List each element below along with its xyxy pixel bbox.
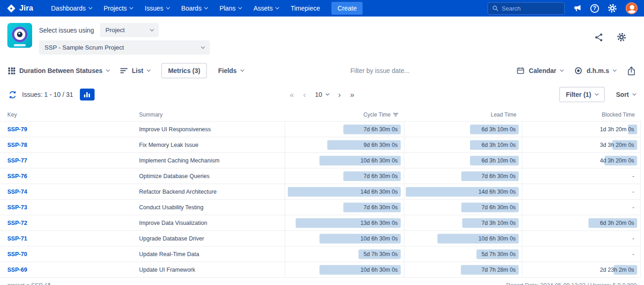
- nav-assets[interactable]: Assets: [247, 0, 285, 17]
- issue-key-link[interactable]: SSP-74: [7, 189, 27, 195]
- project-select[interactable]: SSP - Sample Scrum Project: [39, 40, 210, 55]
- column-header-summary[interactable]: Summary: [132, 108, 285, 122]
- blocked-time-value: -: [632, 173, 634, 179]
- filter-button[interactable]: Filter (1): [559, 87, 605, 102]
- lead-time-value: 5d 7h 30m 0s: [482, 251, 516, 257]
- cycle-time-header-label: Cycle Time: [364, 112, 391, 118]
- next-page-button[interactable]: ›: [338, 91, 341, 99]
- view-mode-dropdown[interactable]: List: [120, 67, 150, 74]
- issue-key-link[interactable]: SSP-71: [7, 235, 27, 242]
- lead-time-cell: 6d 3h 10m 0s: [404, 122, 522, 137]
- nav-item-label: Boards: [181, 5, 202, 12]
- first-page-button[interactable]: «: [290, 91, 294, 99]
- issue-key-link[interactable]: SSP-78: [7, 142, 27, 148]
- cycle-time-value: 10d 6h 30m 0s: [360, 157, 398, 164]
- chevron-down-icon: [166, 6, 170, 9]
- blocked-time-cell: -: [522, 246, 640, 262]
- search-icon: [492, 5, 498, 11]
- blocked-time-value: -: [632, 235, 634, 242]
- share-icon: [594, 33, 604, 42]
- issue-date-filter-input[interactable]: [320, 67, 440, 74]
- table-row: SSP-79 Improve UI Responsiveness 7d 6h 3…: [0, 122, 640, 137]
- calendar-dropdown[interactable]: Calendar: [516, 67, 563, 75]
- issue-key-link[interactable]: SSP-79: [7, 126, 27, 133]
- prev-page-button[interactable]: ‹: [303, 91, 306, 99]
- issue-key-link[interactable]: SSP-77: [7, 157, 27, 164]
- global-search[interactable]: [487, 2, 565, 15]
- issue-key-link[interactable]: SSP-76: [7, 173, 27, 179]
- lead-time-cell: 6d 3h 10m 0s: [404, 137, 522, 153]
- nav-timepiece[interactable]: Timepiece: [285, 0, 326, 17]
- brand-name: Jira: [19, 4, 33, 13]
- filter-sort-icon: [393, 112, 398, 117]
- lead-time-value: 6d 3h 10m 0s: [482, 126, 516, 133]
- blocked-time-value: -: [632, 251, 634, 257]
- refresh-button[interactable]: [8, 90, 17, 99]
- filter-label: Filter (1): [566, 91, 591, 98]
- cycle-time-value: 14d 6h 30m 0s: [360, 189, 398, 195]
- time-format-dropdown[interactable]: d.h.m.s: [574, 67, 616, 75]
- column-header-cycle-time[interactable]: Cycle Time: [285, 108, 404, 122]
- column-header-key[interactable]: Key: [0, 108, 132, 122]
- blocked-time-cell: -: [522, 168, 640, 184]
- lead-time-cell: 7d 3h 10m 0s: [404, 215, 522, 231]
- issue-key-link[interactable]: SSP-69: [7, 267, 27, 273]
- report-footer: project = SSP Report Date: 2024-05-09 13…: [0, 278, 644, 285]
- table-row: SSP-78 Fix Memory Leak Issue 9d 6h 30m 0…: [0, 137, 640, 153]
- chevron-down-icon: [326, 92, 330, 95]
- blocked-time-value: 4d 3h 20m 0s: [600, 157, 634, 164]
- sort-dropdown[interactable]: Sort: [616, 91, 636, 98]
- settings-button[interactable]: [607, 3, 617, 13]
- issue-key-link[interactable]: SSP-72: [7, 220, 27, 226]
- table-row: SSP-77 Implement Caching Mechanism 10d 6…: [0, 153, 640, 168]
- lead-time-cell: 7d 6h 30m 0s: [404, 200, 522, 215]
- create-button[interactable]: Create: [331, 2, 363, 15]
- blocked-time-value: -: [632, 204, 634, 211]
- issue-source-select[interactable]: Project: [100, 23, 159, 37]
- page-size-value: 10: [315, 91, 322, 98]
- help-button[interactable]: ?: [590, 4, 599, 13]
- chevron-down-icon: [201, 45, 205, 48]
- lead-time-value: 7d 7h 28m 0s: [482, 267, 516, 273]
- lead-time-value: 6d 3h 10m 0s: [482, 157, 516, 164]
- jira-logo[interactable]: Jira: [6, 4, 33, 13]
- column-header-lead-time[interactable]: Lead Time: [404, 108, 522, 122]
- nav-item-label: Issues: [145, 5, 163, 12]
- nav-dashboards[interactable]: Dashboards: [45, 0, 98, 17]
- fields-dropdown[interactable]: Fields: [218, 67, 243, 74]
- nav-plans[interactable]: Plans: [213, 0, 247, 17]
- blocked-time-cell: -: [522, 200, 640, 215]
- report-settings-button[interactable]: [616, 32, 627, 42]
- chart-view-toggle[interactable]: [80, 89, 95, 101]
- cycle-time-value: 13d 6h 30m 0s: [360, 220, 398, 226]
- lead-time-value: 10d 6h 30m 0s: [478, 235, 515, 242]
- last-page-button[interactable]: »: [350, 91, 354, 99]
- report-type-dropdown[interactable]: Duration Between Statuses: [8, 67, 109, 74]
- blocked-time-value: 3d 3h 20m 0s: [600, 142, 634, 148]
- nav-issues[interactable]: Issues: [139, 0, 175, 17]
- page-size-select[interactable]: 10: [315, 91, 329, 98]
- share-button[interactable]: [594, 33, 604, 42]
- feedback-button[interactable]: [573, 4, 582, 13]
- table-header-row: Key Summary Cycle Time Lead Time Blocked…: [0, 108, 640, 122]
- open-query-link[interactable]: [45, 283, 50, 285]
- blocked-time-cell: 1d 3h 20m 0s: [522, 122, 640, 137]
- issue-key-link[interactable]: SSP-70: [7, 251, 27, 257]
- nav-projects[interactable]: Projects: [98, 0, 139, 17]
- table-row: SSP-69 Update UI Framework 10d 6h 30m 0s…: [0, 262, 640, 278]
- cycle-time-value: 7d 6h 30m 0s: [364, 204, 398, 211]
- column-header-blocked-time[interactable]: Blocked Time: [522, 108, 640, 122]
- search-input[interactable]: [502, 5, 560, 12]
- blocked-time-cell: 4d 3h 20m 0s: [522, 153, 640, 168]
- profile-button[interactable]: [626, 2, 638, 14]
- metrics-button[interactable]: Metrics (3): [161, 63, 207, 78]
- nav-item-label: Projects: [104, 5, 127, 12]
- top-navigation: Jira Dashboards Projects Issues Boards P…: [0, 0, 644, 17]
- app-mascot-base: [14, 44, 26, 46]
- nav-boards[interactable]: Boards: [175, 0, 213, 17]
- issue-key-link[interactable]: SSP-73: [7, 204, 27, 211]
- export-button[interactable]: [627, 66, 636, 76]
- help-icon: ?: [590, 4, 599, 13]
- grid-icon: [8, 67, 15, 74]
- external-link-icon: [45, 283, 50, 285]
